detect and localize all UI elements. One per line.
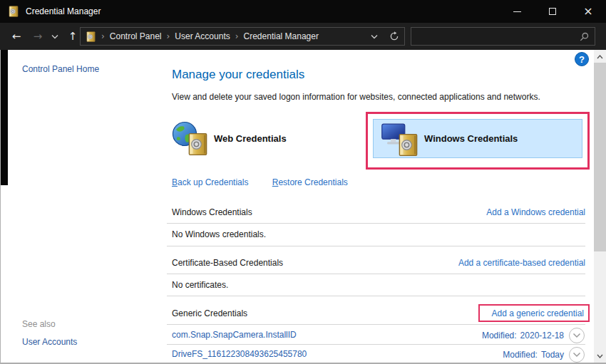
add-windows-credential-link[interactable]: Add a Windows credential: [486, 207, 585, 217]
title-bar: Credential Manager ×: [0, 0, 606, 23]
caption-buttons: ×: [499, 0, 606, 23]
scroll-up-button[interactable]: [594, 51, 606, 63]
back-button[interactable]: ←: [6, 23, 27, 50]
web-credentials-icon: [172, 120, 207, 156]
vertical-scrollbar: [594, 50, 606, 363]
add-certificate-credential-link[interactable]: Add a certificate-based credential: [458, 258, 585, 268]
close-button[interactable]: ×: [570, 0, 606, 23]
section-header: Certificate-Based Credentials: [172, 258, 283, 268]
breadcrumb-separator: ›: [162, 31, 175, 41]
scrollbar-thumb[interactable]: [594, 63, 606, 251]
windows-credentials-section-header: Windows Credentials Add a Windows creden…: [167, 207, 585, 219]
search-input[interactable]: [411, 31, 580, 41]
help-button[interactable]: ?: [575, 52, 589, 66]
section-header: Generic Credentials: [172, 308, 247, 318]
windows-credentials-label: Windows Credentials: [424, 133, 518, 144]
divider: [167, 246, 585, 246]
safe-icon: [188, 132, 207, 156]
minimize-icon: [513, 11, 521, 12]
address-dropdown-button[interactable]: [364, 28, 384, 45]
breadcrumb-credential-manager[interactable]: Credential Manager: [244, 31, 319, 41]
expand-credential-button[interactable]: [569, 347, 585, 363]
left-dark-strip: [1, 50, 8, 185]
credential-name-link[interactable]: com.Snap.SnapCamera.InstallID: [172, 330, 297, 340]
breadcrumb-separator: ›: [230, 31, 244, 41]
section-header: Windows Credentials: [172, 207, 252, 217]
modified-text: Modified:Today: [503, 350, 564, 360]
chevron-down-icon: [572, 352, 581, 358]
add-generic-credential-link[interactable]: Add a generic credential: [492, 308, 584, 318]
divider: [167, 296, 585, 296]
credential-manager-window: Credential Manager × ← → ↑ › Control Pan…: [0, 0, 606, 364]
breadcrumb-user-accounts[interactable]: User Accounts: [175, 31, 230, 41]
breadcrumb-app-icon: [86, 31, 96, 42]
app-safe-icon: [8, 6, 19, 17]
modified-label: Modified:: [503, 350, 538, 360]
chevron-down-icon: [597, 354, 603, 358]
backup-credentials-link[interactable]: Back up Credentials: [172, 177, 248, 187]
credential-row[interactable]: com.Snap.SnapCamera.InstallID Modified:2…: [167, 327, 585, 344]
credential-row-meta: Modified:Today: [503, 346, 585, 363]
window-title: Credential Manager: [26, 6, 101, 16]
page-title: Manage your credentials: [172, 68, 304, 82]
maximize-icon: [549, 8, 556, 15]
maximize-button[interactable]: [535, 0, 570, 23]
credential-row-meta: Modified:2020-12-18: [482, 327, 585, 344]
refresh-button[interactable]: [384, 28, 404, 45]
chevron-down-icon: [572, 333, 581, 338]
close-icon: ×: [583, 6, 592, 17]
annotation-box-add-generic: Add a generic credential: [478, 304, 590, 322]
no-certificates-text: No certificates.: [172, 280, 228, 290]
navigation-bar: ← → ↑ › Control Panel › User Accounts › …: [0, 23, 606, 50]
expand-credential-button[interactable]: [569, 328, 585, 343]
chevron-down-icon: [51, 34, 58, 39]
modified-text: Modified:2020-12-18: [482, 331, 564, 340]
recent-pages-chevron[interactable]: [48, 23, 61, 50]
sidebar-user-accounts-link[interactable]: User Accounts: [22, 337, 77, 347]
credential-row[interactable]: DriveFS_116122308493625455780 Modified:T…: [167, 346, 585, 363]
chevron-down-icon: [371, 34, 378, 39]
breadcrumb-separator: ›: [96, 31, 110, 41]
search-box: [411, 27, 595, 46]
divider: [167, 324, 585, 325]
content-area: Control Panel Home See also User Account…: [0, 50, 606, 364]
breadcrumb: › Control Panel › User Accounts › Creden…: [80, 27, 405, 46]
divider: [167, 274, 585, 274]
refresh-icon: [389, 31, 399, 41]
windows-credentials-icon: [381, 121, 418, 157]
certificate-credentials-section-header: Certificate-Based Credentials Add a cert…: [167, 258, 585, 269]
see-also-label: See also: [22, 319, 56, 329]
page-description: View and delete your saved logon informa…: [172, 92, 540, 102]
modified-label: Modified:: [482, 331, 517, 340]
no-windows-credentials-text: No Windows credentials.: [172, 229, 266, 239]
windows-credentials-tile[interactable]: Windows Credentials: [373, 119, 582, 158]
web-credentials-tile[interactable]: Web Credentials: [172, 120, 287, 157]
divider: [167, 223, 585, 224]
question-mark-icon: ?: [579, 54, 585, 65]
modified-value: Today: [541, 350, 564, 360]
modified-value: 2020-12-18: [520, 331, 564, 340]
forward-button[interactable]: →: [27, 23, 48, 50]
scroll-down-button[interactable]: [594, 350, 606, 362]
chevron-up-icon: [597, 55, 603, 59]
annotation-box-windows-credentials: Windows Credentials: [366, 112, 590, 170]
web-credentials-label: Web Credentials: [214, 133, 287, 144]
restore-credentials-link[interactable]: Restore Credentials: [272, 177, 348, 187]
safe-icon: [399, 133, 418, 157]
breadcrumb-control-panel[interactable]: Control Panel: [110, 31, 162, 41]
sidebar-control-panel-home[interactable]: Control Panel Home: [22, 64, 99, 74]
minimize-button[interactable]: [499, 0, 535, 23]
credential-name-link[interactable]: DriveFS_116122308493625455780: [172, 349, 307, 359]
credential-actions: Back up Credentials Restore Credentials: [172, 177, 348, 187]
main-panel: Manage your credentials View and delete …: [167, 50, 585, 363]
search-icon: [580, 32, 589, 41]
divider: [167, 344, 585, 345]
